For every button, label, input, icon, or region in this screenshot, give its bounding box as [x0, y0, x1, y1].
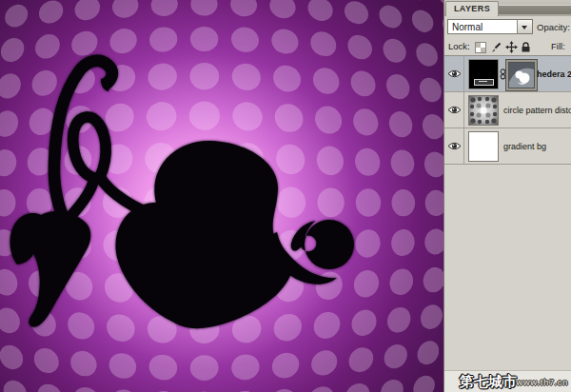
- watermark-strip: 第七城市 www.th7.cn: [444, 370, 571, 392]
- layer-row-gradient-bg[interactable]: gradient bg: [444, 128, 571, 165]
- eye-icon[interactable]: [447, 69, 462, 79]
- document-canvas[interactable]: [0, 0, 443, 392]
- blend-mode-select[interactable]: Normal: [447, 19, 533, 34]
- stem-loop: [61, 117, 158, 226]
- layer-name: hedera 2: [537, 69, 571, 79]
- layer-row-circle-pattern-distort[interactable]: circle pattern distort: [444, 92, 571, 128]
- hedera-ornament: [0, 0, 443, 392]
- eye-icon[interactable]: [447, 105, 462, 115]
- watermark-site-url: www.th7.cn: [516, 378, 568, 387]
- vector-mask-thumbnail[interactable]: [508, 62, 535, 88]
- visibility-cell[interactable]: [444, 92, 464, 127]
- visibility-cell[interactable]: [444, 56, 464, 91]
- visibility-cell[interactable]: [444, 128, 464, 164]
- thumbnail-detail: [474, 79, 494, 86]
- layer-thumbnail-white[interactable]: [468, 131, 499, 162]
- lock-row: Lock: Fill:: [444, 37, 571, 54]
- layer-thumbnail-hedera[interactable]: [468, 59, 499, 89]
- chevron-down-icon: [522, 26, 527, 32]
- layers-panel: LAYERS Normal Opacity: Lock: Fill:: [443, 0, 571, 392]
- tab-bar-groove: [499, 5, 571, 14]
- blend-mode-row: Normal Opacity:: [444, 16, 571, 37]
- heart-shape: [115, 141, 291, 328]
- layer-row-hedera-2[interactable]: hedera 2: [444, 56, 571, 92]
- panel-tab-bar: LAYERS: [444, 0, 571, 16]
- blend-mode-dropdown-button[interactable]: [517, 20, 532, 33]
- lock-all-padlock-icon[interactable]: [521, 40, 533, 52]
- layer-name: gradient bg: [503, 142, 546, 151]
- leaf-shape: [10, 211, 91, 327]
- tab-layers[interactable]: LAYERS: [445, 1, 499, 16]
- layer-thumbnail-pattern[interactable]: [468, 95, 499, 126]
- lock-position-move-icon[interactable]: [505, 40, 518, 52]
- blend-mode-value: Normal: [452, 21, 482, 33]
- layer-list: hedera 2: [444, 55, 571, 165]
- opacity-label: Opacity:: [537, 22, 570, 32]
- fill-label: Fill:: [551, 41, 565, 51]
- mask-link-icon: [500, 69, 506, 80]
- lock-pixels-brush-icon[interactable]: [490, 40, 502, 52]
- eye-icon[interactable]: [447, 141, 462, 151]
- watermark-site-name: 第七城市: [460, 373, 517, 391]
- lock-transparency-icon[interactable]: [475, 40, 487, 52]
- lock-label: Lock:: [448, 41, 470, 51]
- layer-name: circle pattern distort: [503, 106, 571, 115]
